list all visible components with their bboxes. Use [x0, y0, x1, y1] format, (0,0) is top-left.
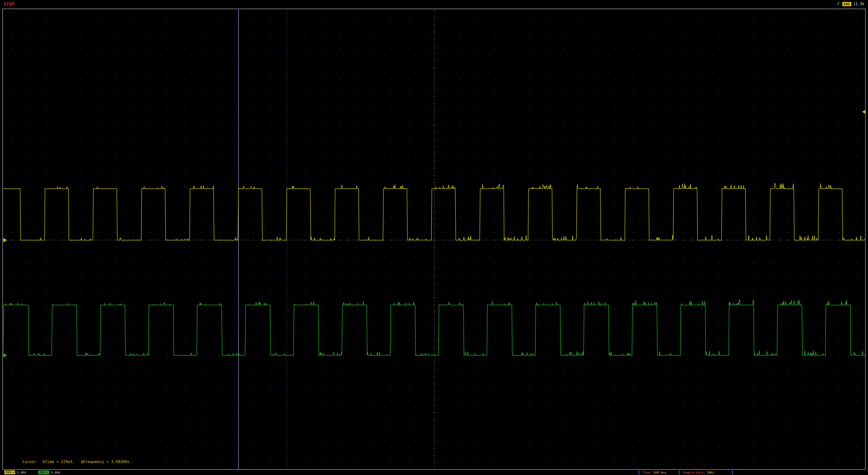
statusbar-separator: [639, 471, 640, 474]
status-bar: CH1 = 5.00V CH2 = 5.00V Time: 500.0us Sa…: [0, 470, 868, 475]
ch2-badge[interactable]: CH2 =: [38, 471, 49, 474]
cursor-readout-label: Cursor: [23, 459, 36, 464]
ch1-settings[interactable]: CH1 = 5.00V: [4, 470, 26, 475]
ch1-badge[interactable]: CH1 =: [4, 471, 15, 474]
acquisition-status[interactable]: STOP: [4, 2, 14, 6]
cursor-delta-time: ΔTime = 279uS.: [42, 459, 75, 464]
timebase-label: Time:: [643, 471, 652, 474]
timebase-setting[interactable]: Time: 500.0us: [643, 470, 666, 475]
ch2-coupling-icon: =: [46, 471, 48, 474]
ch1-volts-per-div: 5.00V: [17, 471, 26, 474]
sample-rate-setting: Sample Rate: 1MHz: [683, 470, 714, 475]
ch2-ground-marker[interactable]: [3, 353, 7, 357]
sample-rate-label: Sample Rate:: [683, 471, 705, 474]
ch2-volts-per-div: 5.00V: [51, 471, 60, 474]
ch2-settings[interactable]: CH2 = 5.00V: [38, 470, 60, 475]
trigger-edge-icon: [836, 2, 840, 6]
statusbar-separator: [679, 471, 680, 474]
trigger-info: CH1 11.3V: [836, 2, 864, 6]
cursor-delta-frequency: ΔFrequency = 3.582KHz.: [81, 459, 132, 464]
waveform-display[interactable]: CursorΔTime = 279uS.ΔFrequency = 3.582KH…: [2, 9, 866, 470]
statusbar-separator: [732, 471, 733, 474]
ch2-badge-label: CH2: [39, 471, 45, 474]
scope-graticule-and-traces: [3, 9, 866, 470]
trigger-level-marker[interactable]: [862, 110, 866, 114]
ch1-badge-label: CH1: [5, 471, 11, 474]
cursor-readout: CursorΔTime = 279uS.ΔFrequency = 3.582KH…: [9, 455, 138, 469]
top-bar: STOP CH1 11.3V: [0, 0, 868, 8]
trigger-source-badge[interactable]: CH1: [842, 2, 851, 6]
ch1-ground-marker[interactable]: [3, 238, 7, 242]
ch1-coupling-icon: =: [12, 471, 14, 474]
timebase-value: 500.0us: [653, 471, 666, 474]
oscilloscope-app: STOP CH1 11.3V CursorΔTime = 279uS.ΔFreq…: [0, 0, 868, 475]
trigger-level-value: 11.3V: [854, 2, 864, 6]
sample-rate-value: 1MHz: [707, 471, 714, 474]
